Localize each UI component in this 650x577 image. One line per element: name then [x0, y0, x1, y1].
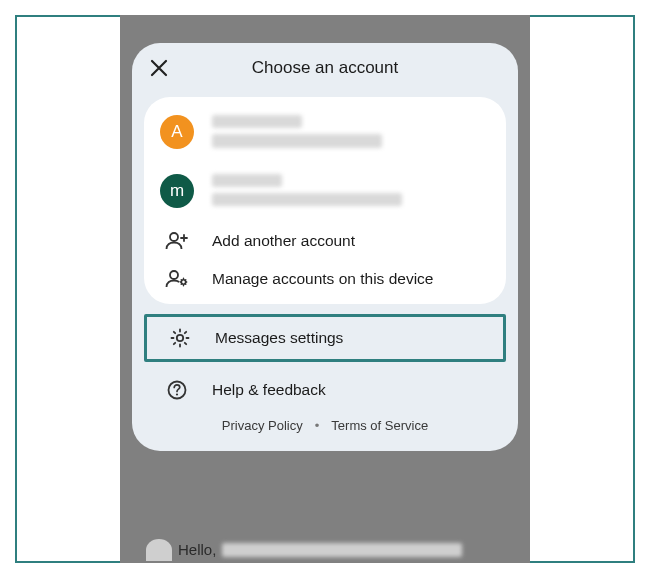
messages-settings-row[interactable]: Messages settings — [147, 317, 503, 359]
svg-point-0 — [170, 233, 178, 241]
account-row-2[interactable]: m — [144, 164, 506, 222]
manage-accounts-row[interactable]: Manage accounts on this device — [144, 260, 506, 298]
screenshot-frame: Hello, Choose an account A — [15, 15, 635, 563]
terms-of-service-link[interactable]: Terms of Service — [331, 418, 428, 433]
account-chooser-sheet: Choose an account A m — [132, 43, 518, 451]
close-icon[interactable] — [148, 57, 170, 79]
add-account-row[interactable]: Add another account — [144, 222, 506, 260]
sheet-title: Choose an account — [132, 58, 518, 78]
help-icon — [160, 379, 194, 401]
person-add-icon — [160, 231, 194, 251]
privacy-policy-link[interactable]: Privacy Policy — [222, 418, 303, 433]
avatar: m — [160, 174, 194, 208]
account-text — [212, 174, 490, 212]
svg-point-1 — [170, 271, 178, 279]
svg-point-3 — [177, 334, 183, 340]
account-text — [212, 115, 490, 154]
account-card: A m — [144, 97, 506, 304]
background-message-prefix: Hello, — [178, 541, 216, 558]
background-message-redacted — [222, 543, 462, 557]
account-email-redacted — [212, 193, 402, 206]
account-name-redacted — [212, 174, 282, 187]
gear-icon — [163, 327, 197, 349]
manage-accounts-icon — [160, 269, 194, 289]
account-name-redacted — [212, 115, 302, 128]
phone-background: Hello, Choose an account A — [120, 15, 530, 563]
add-account-label: Add another account — [212, 232, 355, 250]
avatar: A — [160, 115, 194, 149]
sheet-footer: Privacy Policy • Terms of Service — [132, 410, 518, 437]
sheet-header: Choose an account — [132, 43, 518, 89]
manage-accounts-label: Manage accounts on this device — [212, 270, 433, 288]
background-message-row: Hello, — [132, 537, 518, 563]
background-avatar — [146, 539, 172, 561]
help-feedback-label: Help & feedback — [212, 381, 326, 399]
help-feedback-row[interactable]: Help & feedback — [144, 370, 506, 410]
account-row-1[interactable]: A — [144, 105, 506, 164]
account-email-redacted — [212, 134, 382, 148]
messages-settings-highlight: Messages settings — [144, 314, 506, 362]
svg-point-5 — [176, 393, 178, 395]
messages-settings-label: Messages settings — [215, 329, 343, 347]
footer-separator: • — [315, 418, 320, 433]
